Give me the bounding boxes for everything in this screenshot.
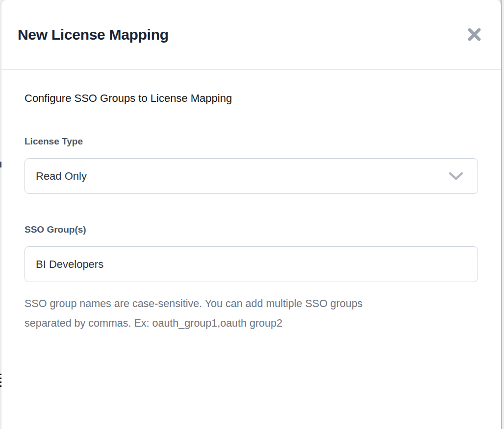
close-icon [467,27,482,42]
close-button[interactable] [465,25,483,44]
license-type-field: License Type Read Only [25,136,478,194]
sso-groups-help: SSO group names are case-sensitive. You … [25,294,478,333]
screen: New License Mapping Configure SSO Groups… [0,0,504,429]
license-type-label: License Type [25,136,478,147]
sso-groups-label: SSO Group(s) [25,224,478,235]
dialog-description: Configure SSO Groups to License Mapping [25,92,478,105]
sso-groups-input[interactable] [25,246,478,282]
sso-groups-field: SSO Group(s) SSO group names are case-se… [25,224,478,333]
sso-groups-help-line: SSO group names are case-sensitive. You … [25,294,478,313]
new-license-mapping-dialog: New License Mapping Configure SSO Groups… [1,0,501,429]
sso-groups-help-line: separated by commas. Ex: oauth_group1,oa… [25,313,478,333]
license-type-select[interactable]: Read Only [25,158,478,194]
dialog-header: New License Mapping [1,0,501,70]
dialog-body: Configure SSO Groups to License Mapping … [1,70,501,333]
license-type-selected-value: Read Only [36,170,87,183]
dialog-title: New License Mapping [18,26,169,43]
chevron-down-icon [448,171,464,181]
